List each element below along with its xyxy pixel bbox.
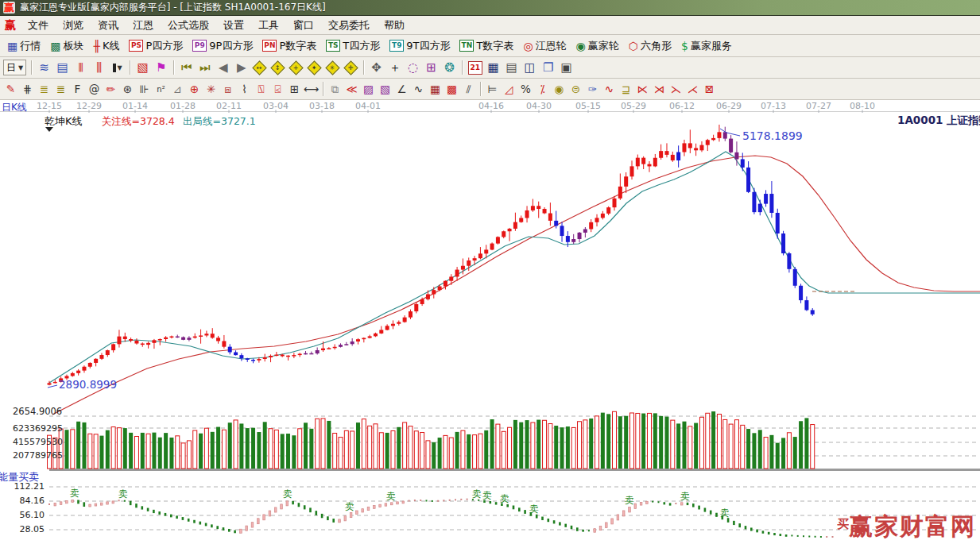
j-angle-icon[interactable]: ⋉ <box>634 81 651 97</box>
9t-square-button[interactable]: T99T四方形 <box>385 37 455 55</box>
fan-lines-icon[interactable]: ≪ <box>343 81 360 97</box>
marker-pencil-icon[interactable]: ✏ <box>103 81 119 97</box>
last-bar-icon[interactable]: ⏭ <box>196 60 214 76</box>
save-icon[interactable]: ◫ <box>521 60 539 76</box>
print-icon[interactable]: ▣ <box>557 60 575 76</box>
gann-diamond-star-icon[interactable]: ✦ <box>305 60 323 76</box>
move-angle-icon[interactable]: ⋌ <box>684 81 701 97</box>
menu-item-trade-order[interactable]: 交易委托 <box>321 17 377 34</box>
target-cross-icon[interactable]: ⊕ <box>186 81 203 97</box>
indicator-bar-down <box>193 520 196 523</box>
zoom-tool-icon[interactable]: ◌ <box>404 60 422 76</box>
info-doc-icon[interactable]: ▤ <box>53 60 72 76</box>
grid-tool-icon[interactable]: ⊞ <box>422 60 440 76</box>
menu-item-formula-stock-pick[interactable]: 公式选股 <box>161 17 216 34</box>
next-bar-icon[interactable]: ▶ <box>232 60 250 76</box>
percent-icon[interactable]: % <box>517 81 534 97</box>
kline-chart[interactable]: 12-1512-2901-1401-2802-1103-0403-1804-01… <box>0 100 980 544</box>
f-angle-icon[interactable]: ⋊ <box>651 81 668 97</box>
t-square-button[interactable]: TST四方形 <box>321 37 385 55</box>
gold-ladder2-icon[interactable]: ≣ <box>52 81 69 97</box>
gold-level-icon[interactable]: ⊜ <box>567 81 584 97</box>
hand-tool-icon[interactable]: ✥ <box>367 60 385 76</box>
p-square-button[interactable]: PSP四方形 <box>124 37 188 55</box>
export-icon[interactable]: ❐ <box>539 60 557 76</box>
blue-pen-icon[interactable]: ✑ <box>584 81 601 97</box>
calendar-icon[interactable]: 21 <box>466 60 484 76</box>
gold-under-icon[interactable]: ⊒ <box>618 81 634 97</box>
p-number-table-button[interactable]: PNP数字表 <box>258 37 321 55</box>
tick-ruler-icon[interactable]: ⊪ <box>136 81 153 97</box>
angle-line-icon[interactable]: ∠ <box>393 81 410 97</box>
gann-pencil-icon[interactable]: ✎ <box>2 81 19 97</box>
fan-box-icon[interactable]: ▨ <box>360 81 377 97</box>
candle <box>193 337 197 338</box>
time-ruler-icon[interactable]: ⋕ <box>19 81 36 97</box>
chart-area[interactable]: 12-1512-2901-1401-2802-1103-0403-1804-01… <box>0 100 980 544</box>
menu-item-settings[interactable]: 设置 <box>216 17 251 34</box>
gann-diamond-plus-icon[interactable]: + <box>287 60 305 76</box>
knot-tool-icon[interactable]: ❂ <box>440 60 459 76</box>
gold-angle-icon[interactable]: ⋋ <box>668 81 684 97</box>
crosshair-tool-icon[interactable]: ＋ <box>385 60 404 76</box>
t-number-table-button[interactable]: TNT数字表 <box>455 37 518 55</box>
red-grid-icon[interactable]: ▦ <box>427 81 444 97</box>
single-candle-button[interactable]: ▼ <box>108 60 126 76</box>
quotes-button[interactable]: ▦行情 <box>2 37 45 55</box>
cycle-circle-icon[interactable]: ⊛ <box>119 81 136 97</box>
banner-grid-icon[interactable]: ⍃ <box>269 81 286 97</box>
gold-ladder-icon[interactable]: ≣ <box>36 81 52 97</box>
fan-box2-icon[interactable]: ▧ <box>377 81 393 97</box>
fibonacci-icon[interactable]: F <box>69 81 86 97</box>
menu-item-tools[interactable]: 工具 <box>251 17 286 34</box>
red-grid2-icon[interactable]: ▩ <box>444 81 460 97</box>
win-angle-icon[interactable]: ⊠ <box>701 81 718 97</box>
bars-3-icon[interactable]: ⫴ <box>72 60 90 76</box>
gold-ring-icon[interactable]: ◉ <box>551 81 567 97</box>
calculator-icon[interactable]: ▦ <box>484 60 502 76</box>
sectors-button[interactable]: ▩板块 <box>45 37 88 55</box>
menu-item-browse[interactable]: 浏览 <box>56 17 91 34</box>
menu-item-news[interactable]: 资讯 <box>91 17 126 34</box>
wave-mark-icon[interactable]: ⌇ <box>236 81 253 97</box>
gann-diamond-left-icon[interactable]: ↔ <box>250 60 269 76</box>
mirror-angle-icon[interactable]: ⊿ <box>169 81 186 97</box>
menu-item-file[interactable]: 文件 <box>21 17 56 34</box>
gann-diamond-vert-icon[interactable]: ↕ <box>269 60 287 76</box>
red-wave-icon[interactable]: ∿ <box>601 81 618 97</box>
winner-wheel-button[interactable]: ◉赢家轮 <box>571 37 624 55</box>
n-square-icon[interactable]: n² <box>153 81 169 97</box>
menu-item-gann[interactable]: 江恩 <box>126 17 161 34</box>
gann-diamond-burst-icon[interactable]: ✳ <box>323 60 342 76</box>
star-burst-icon[interactable]: ✳ <box>203 81 219 97</box>
first-bar-icon[interactable]: ⏮ <box>177 60 196 76</box>
menu-item-help[interactable]: 帮助 <box>377 17 412 34</box>
gann-wheel-button[interactable]: ◎江恩轮 <box>518 37 571 55</box>
kline-pattern-icon[interactable]: ▧ <box>134 60 152 76</box>
percent-line-icon[interactable]: ⁒ <box>534 81 551 97</box>
menu-item-window[interactable]: 窗口 <box>286 17 321 34</box>
trend-wave-icon[interactable]: ≋ <box>35 60 53 76</box>
spiral-icon[interactable]: @ <box>86 81 103 97</box>
zigzag-icon[interactable]: ∿ <box>410 81 427 97</box>
bars-9-icon[interactable]: ⫼ <box>90 60 108 76</box>
winner-service-button[interactable]: $赢家服务 <box>676 37 737 55</box>
grid-target-icon[interactable]: ⧈ <box>219 81 236 97</box>
prev-bar-icon[interactable]: ◀ <box>214 60 232 76</box>
kline-button[interactable]: ╫K线 <box>88 37 124 55</box>
9p-square-button[interactable]: P99P四方形 <box>188 37 258 55</box>
count-ruler-icon[interactable]: ⊞ <box>286 81 303 97</box>
period-day-button[interactable]: 日▼ <box>3 60 26 75</box>
span-arrow-icon[interactable]: ⟷ <box>303 81 320 97</box>
kline-type-dropdown-icon[interactable] <box>45 127 53 132</box>
flag-icon[interactable]: ⚑ <box>152 60 170 76</box>
notes-icon[interactable]: ▤ <box>502 60 521 76</box>
measure-icon[interactable]: ⊨ <box>484 81 501 97</box>
gann-diamond-cross-icon[interactable]: ✛ <box>342 60 360 76</box>
god-grid-icon[interactable]: ⍂ <box>253 81 269 97</box>
box-select-icon[interactable]: ⧉ <box>327 81 343 97</box>
parallel-lines-icon[interactable]: ⫽ <box>460 81 477 97</box>
percent-triangle-icon[interactable]: ◿ <box>501 81 517 97</box>
hexagon-button[interactable]: ⬡六角形 <box>624 37 676 55</box>
window-titlebar[interactable]: 赢 赢家江恩专业版[赢家内部服务平台] - [上证指数 SH1A0001-167… <box>0 0 980 16</box>
